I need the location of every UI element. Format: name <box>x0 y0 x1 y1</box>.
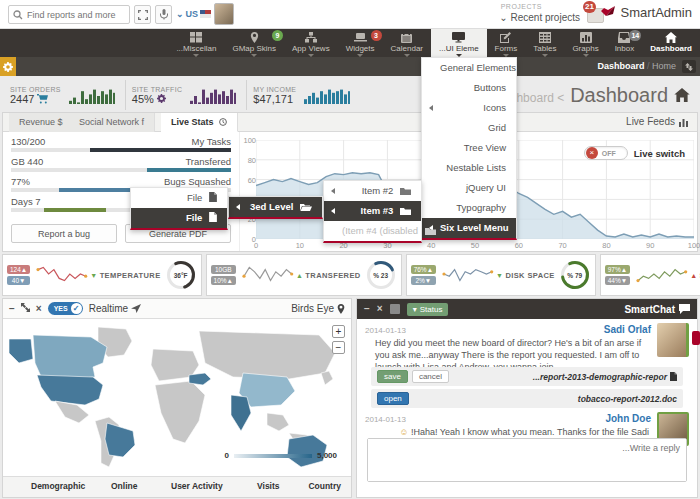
close-icon[interactable]: × <box>377 304 383 314</box>
submenu-caret-icon <box>236 204 240 210</box>
refresh-widget-button[interactable] <box>682 60 696 73</box>
menu-item-2[interactable]: Item #2 <box>324 181 421 201</box>
live-switch-toggle[interactable]: × OFF <box>584 146 628 160</box>
layout-settings-button[interactable] <box>0 57 16 76</box>
grid-icon <box>190 32 202 43</box>
fullscreen-icon <box>138 10 148 20</box>
menu-item-4-disabled: (Item #4 (disabled <box>324 221 421 241</box>
cart-icon <box>37 94 48 104</box>
monitor-icon <box>452 32 465 43</box>
map-zoom-out-button[interactable]: − <box>332 341 345 354</box>
nav-item-ui-elements[interactable]: ...UI Eleme <box>431 29 487 57</box>
badge: 10GB <box>211 265 236 274</box>
nav-item-gmap-skins[interactable]: 9 GMap Skins <box>224 29 284 57</box>
brand-logo: SmartAdmin <box>600 5 692 20</box>
badge: 10%▲ <box>211 276 236 285</box>
menu-item-six-level-menu[interactable]: Six Level Menu <box>422 218 516 238</box>
badge: 124▲ <box>7 265 30 274</box>
save-button[interactable]: save <box>377 370 408 383</box>
col-country[interactable]: Country <box>308 481 341 491</box>
tab-social-network[interactable]: Social Network f <box>69 113 155 132</box>
collapse-icon[interactable]: − <box>9 304 15 314</box>
map-panel-title: Realtime <box>89 303 141 314</box>
attachment-filename[interactable]: tobacco-report-2012.doc <box>578 394 677 404</box>
quick-stats-strip: SITE ORDERS 2447 SITE TRAFFIC 45% MY INC… <box>4 80 360 110</box>
recent-projects-dropdown[interactable]: ⌄ Recent projects <box>499 12 580 23</box>
menu-item-3[interactable]: Item #3 <box>324 201 421 221</box>
menu-item-general-elements[interactable]: General Elements <box>422 58 516 78</box>
user-avatar[interactable] <box>214 3 234 25</box>
menu-item-buttons[interactable]: Buttons <box>422 78 516 98</box>
nav-item-inbox[interactable]: 14 Inbox <box>607 29 643 57</box>
nav-item-dashboard[interactable]: Dashboard <box>642 29 700 57</box>
chat-header: − × ▾ Status SmartChat <box>357 299 697 319</box>
nav-item-miscellaneous[interactable]: ...Miscellan <box>168 29 224 57</box>
realtime-toggle[interactable]: YES ✓ <box>48 302 83 315</box>
site-orders-value: 2447 <box>10 93 34 105</box>
status-dropdown[interactable]: ▾ Status <box>407 303 449 316</box>
file-icon <box>670 372 677 381</box>
menu-item-typography[interactable]: Typography <box>422 198 516 218</box>
menu-item-icons[interactable]: Icons <box>422 98 516 118</box>
report-bug-button[interactable]: Report a bug <box>11 224 117 243</box>
message-sender[interactable]: Sadi Orlaf <box>604 324 651 335</box>
menu-item-tree-view[interactable]: Tree View <box>422 138 516 158</box>
fullscreen-button[interactable] <box>134 5 151 24</box>
world-map[interactable] <box>3 321 351 469</box>
col-demographic[interactable]: Demographic <box>31 481 85 491</box>
collapse-icon[interactable]: − <box>364 304 370 314</box>
square-icon[interactable] <box>390 304 400 314</box>
nav-item-tables[interactable]: Tables <box>525 29 564 57</box>
busy-phone-icon <box>692 331 700 345</box>
breadcrumb[interactable]: Dashboard / Home <box>597 61 676 71</box>
birds-eye-map-panel: − × YES ✓ Realtime Birds Eye <box>2 298 352 498</box>
language-selector[interactable]: ⌄ US <box>176 9 211 19</box>
menu-item-grid[interactable]: Grid <box>422 118 516 138</box>
stat-site-traffic: SITE TRAFFIC 45% <box>126 80 248 110</box>
search-input[interactable] <box>27 10 119 20</box>
site-orders-sparkbars <box>69 87 115 104</box>
live-switch[interactable]: × OFF Live switch <box>584 146 685 160</box>
tab-revenue[interactable]: Revenue $ <box>9 113 74 132</box>
map-pin-icon <box>250 32 259 43</box>
expand-icon[interactable] <box>21 303 30 314</box>
attachment-filename[interactable]: ...report-2013-demographic-repor <box>533 372 677 382</box>
menu-item-file[interactable]: File <box>131 188 227 208</box>
map-zoom-in-button[interactable]: + <box>332 325 345 338</box>
card-temperature: 124▲40▼ ▼TEMPERATURE 36°F <box>2 254 202 296</box>
home-icon <box>674 88 690 102</box>
submenu-caret-icon <box>331 208 335 214</box>
col-visits[interactable]: Visits <box>257 481 280 491</box>
projects-badge: 21 <box>583 1 596 13</box>
tab-live-stats[interactable]: Live Stats <box>161 113 238 132</box>
reply-input[interactable] <box>368 439 686 481</box>
folder-icon <box>400 187 411 195</box>
open-button[interactable]: open <box>377 392 409 405</box>
message-sender[interactable]: John Doe <box>605 413 651 424</box>
menu-item-3ed-level[interactable]: 3ed Level <box>229 197 322 217</box>
nav-item-forms[interactable]: Forms <box>487 29 526 57</box>
country-turkey <box>189 373 211 385</box>
reply-box <box>367 438 687 482</box>
menu-item-jquery-ui[interactable]: jQuery UI <box>422 178 516 198</box>
search-box[interactable] <box>8 5 130 24</box>
col-user-activity[interactable]: User Activity <box>171 481 223 491</box>
folder-icon <box>425 227 436 235</box>
nav-item-widgets[interactable]: 3 Widgets <box>338 29 383 57</box>
widgets-badge: 3 <box>371 30 382 41</box>
search-icon <box>13 10 23 20</box>
bar-chart-icon <box>679 117 689 127</box>
cancel-button[interactable]: cancel <box>412 370 449 383</box>
menu-item-file-active[interactable]: File <box>131 208 227 228</box>
voice-command-button[interactable] <box>155 5 172 24</box>
nav-item-graphs[interactable]: Graphs <box>564 29 606 57</box>
chat-bubble-icon <box>679 304 690 314</box>
attachment-row: save cancel ...report-2013-demographic-r… <box>371 367 683 386</box>
avatar-sadi[interactable] <box>657 323 689 357</box>
close-icon[interactable]: × <box>36 304 42 314</box>
col-online[interactable]: Online <box>111 481 137 491</box>
nav-item-calendar[interactable]: Calendar <box>383 29 431 57</box>
nav-item-app-views[interactable]: App Views <box>284 29 338 57</box>
temperature-sparkline <box>34 262 90 288</box>
menu-item-nestable-lists[interactable]: Nestable Lists <box>422 158 516 178</box>
